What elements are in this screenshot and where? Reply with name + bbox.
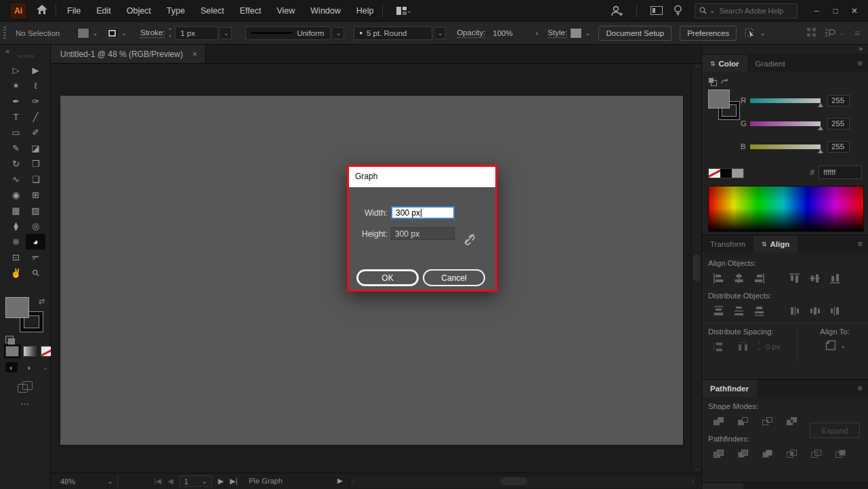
menu-type[interactable]: Type bbox=[167, 6, 185, 16]
menu-object[interactable]: Object bbox=[127, 6, 151, 16]
align-top-button[interactable] bbox=[784, 271, 804, 285]
eraser-tool[interactable]: ◪ bbox=[26, 140, 45, 156]
distribute-top-button[interactable] bbox=[708, 304, 728, 317]
tab-color[interactable]: ⇅ Color bbox=[702, 55, 747, 72]
menu-select[interactable]: Select bbox=[201, 6, 224, 16]
hand-tool[interactable]: ✌ bbox=[6, 265, 26, 281]
tab-pathfinder[interactable]: Pathfinder bbox=[702, 380, 757, 397]
fill-swatch[interactable] bbox=[5, 297, 29, 318]
scroll-right-icon[interactable]: › bbox=[691, 477, 694, 485]
curvature-tool[interactable]: ✑ bbox=[26, 94, 45, 109]
width-tool[interactable]: ∿ bbox=[6, 172, 26, 187]
help-search[interactable]: ⌄ bbox=[695, 3, 798, 18]
horizontal-scroll-thumb[interactable] bbox=[500, 477, 527, 485]
distribute-right-button[interactable] bbox=[825, 304, 845, 317]
artboard-tool[interactable]: ⊡ bbox=[6, 250, 26, 265]
distribute-vertical-center-button[interactable] bbox=[728, 304, 749, 317]
search-input[interactable] bbox=[718, 6, 793, 16]
gradient-mode-button[interactable] bbox=[23, 346, 37, 357]
scale-tool[interactable]: ❒ bbox=[26, 156, 45, 172]
pencil-tool[interactable]: ✎ bbox=[6, 140, 26, 156]
document-setup-button[interactable]: Document Setup bbox=[598, 26, 671, 41]
align-left-button[interactable] bbox=[708, 271, 728, 285]
brush-chevron[interactable]: ⌄ bbox=[435, 27, 446, 39]
swap-fill-stroke-icon[interactable]: ⇄ bbox=[39, 297, 45, 306]
slider-thumb[interactable] bbox=[818, 103, 823, 107]
panel-menu-icon[interactable]: ≡ bbox=[857, 383, 863, 393]
cancel-button[interactable]: Cancel bbox=[423, 269, 485, 286]
direct-selection-tool[interactable]: ▶ bbox=[26, 62, 45, 78]
collapse-toolbar-icon[interactable]: « bbox=[5, 47, 9, 55]
menu-edit[interactable]: Edit bbox=[96, 6, 111, 16]
fill-color-swatch[interactable] bbox=[77, 28, 89, 39]
tab-transform[interactable]: Transform bbox=[702, 235, 753, 252]
maximize-button[interactable]: □ bbox=[826, 0, 845, 22]
scroll-up-icon[interactable]: ⌃ bbox=[692, 65, 701, 72]
grid-icon[interactable] bbox=[807, 28, 816, 38]
stroke-weight-dropdown[interactable]: ⌄ bbox=[221, 27, 232, 39]
drag-grip[interactable] bbox=[3, 26, 6, 40]
arrange-documents-icon[interactable]: ⌄ bbox=[396, 7, 412, 15]
preferences-button[interactable]: Preferences bbox=[680, 26, 737, 41]
style-label[interactable]: Style: bbox=[547, 28, 567, 38]
document-tab[interactable]: Untitled-1 @ 48 % (RGB/Preview) × bbox=[51, 45, 206, 63]
last-artboard-button[interactable]: ▶| bbox=[230, 477, 237, 486]
menu-help[interactable]: Help bbox=[356, 6, 374, 16]
ok-button[interactable]: OK bbox=[356, 269, 419, 286]
unite-button[interactable] bbox=[708, 414, 728, 428]
vertical-distribute-space-button[interactable] bbox=[708, 340, 728, 353]
distribute-bottom-button[interactable] bbox=[749, 304, 769, 317]
align-to-dropdown[interactable]: ⌄ bbox=[825, 340, 868, 351]
scroll-left-icon[interactable]: ‹ bbox=[352, 477, 355, 485]
zoom-tool[interactable]: ⚲ bbox=[26, 265, 45, 281]
pen-tool[interactable]: ✒ bbox=[6, 94, 26, 109]
scroll-down-icon[interactable]: ⌄ bbox=[692, 465, 701, 471]
color-mode-button[interactable] bbox=[5, 346, 19, 357]
minus-back-button[interactable] bbox=[830, 447, 850, 461]
shape-builder-tool[interactable]: ◉ bbox=[6, 187, 26, 203]
color-spectrum[interactable] bbox=[708, 186, 864, 232]
expand-panels-icon[interactable]: » bbox=[859, 45, 863, 52]
distribute-left-button[interactable] bbox=[784, 304, 804, 317]
distribute-horizontal-center-button[interactable] bbox=[804, 304, 825, 317]
align-right-button[interactable] bbox=[749, 271, 769, 285]
expand-button[interactable]: Expand bbox=[810, 423, 860, 438]
brush-dropdown[interactable]: ● 5 pt. Round bbox=[354, 26, 432, 40]
opacity-label[interactable]: Opacity: bbox=[457, 28, 485, 38]
hex-value-input[interactable]: ffffff bbox=[819, 165, 862, 179]
vertical-scroll-thumb[interactable] bbox=[693, 254, 700, 281]
channel-r-slider[interactable] bbox=[750, 98, 821, 103]
minus-front-button[interactable] bbox=[732, 414, 753, 428]
chevron-down-icon[interactable]: ⌄ bbox=[121, 29, 127, 37]
channel-b-value[interactable]: 255 bbox=[827, 141, 850, 153]
align-vertical-center-button[interactable] bbox=[804, 271, 825, 285]
stroke-label[interactable]: Stroke: bbox=[140, 28, 165, 38]
panel-toggle-icon[interactable] bbox=[650, 6, 663, 15]
slider-thumb[interactable] bbox=[818, 126, 823, 130]
account-icon[interactable] bbox=[611, 5, 623, 17]
chevron-down-icon[interactable]: ⌄ bbox=[92, 29, 98, 37]
tab-close-icon[interactable]: × bbox=[192, 50, 197, 59]
mesh-tool[interactable]: ▦ bbox=[6, 203, 26, 218]
blend-tool[interactable]: ◎ bbox=[26, 218, 45, 234]
fill-proxy-swatch[interactable] bbox=[708, 90, 730, 109]
chevron-down-icon[interactable]: ⌄ bbox=[585, 29, 590, 37]
exclude-button[interactable] bbox=[781, 414, 802, 428]
status-expand-icon[interactable]: ▶ bbox=[337, 477, 343, 484]
dialog-title-bar[interactable]: Graph bbox=[347, 165, 497, 187]
tab-layers[interactable]: Layers bbox=[702, 483, 743, 489]
minimize-button[interactable]: – bbox=[807, 0, 826, 22]
width-profile-chevron[interactable]: ⌄ bbox=[333, 27, 344, 39]
paintbrush-tool[interactable]: ✐ bbox=[26, 125, 45, 140]
close-button[interactable]: ✕ bbox=[845, 0, 864, 22]
none-swatch[interactable] bbox=[709, 169, 720, 178]
intersect-button[interactable] bbox=[757, 414, 777, 428]
align-horizontal-center-button[interactable] bbox=[728, 271, 749, 285]
next-artboard-button[interactable]: ▶ bbox=[218, 477, 224, 486]
menu-effect[interactable]: Effect bbox=[240, 6, 262, 16]
app-logo-icon[interactable]: Ai bbox=[9, 2, 27, 20]
graph-tool-selected[interactable]: ◕ bbox=[26, 234, 45, 250]
home-icon[interactable] bbox=[37, 5, 47, 16]
slice-tool[interactable]: ✃ bbox=[26, 250, 45, 265]
tab-align[interactable]: ⇅ Align bbox=[753, 235, 798, 252]
